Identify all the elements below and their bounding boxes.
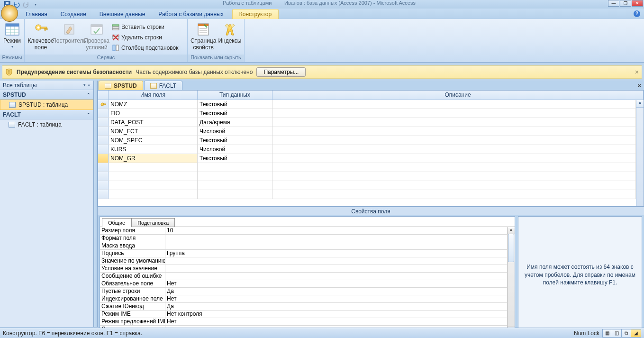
- tab-general[interactable]: Общие: [102, 218, 131, 227]
- property-row[interactable]: Режим предложений IMEНет: [100, 318, 507, 326]
- table-row[interactable]: [98, 172, 636, 181]
- collapse-pane-icon[interactable]: «: [88, 82, 91, 88]
- table-row[interactable]: KURSЧисловой: [98, 145, 636, 154]
- field-name-cell[interactable]: FIO: [109, 109, 198, 118]
- nav-item[interactable]: FACLT : таблица: [0, 119, 93, 130]
- data-type-cell[interactable]: Дата/время: [198, 118, 272, 127]
- property-row[interactable]: Индексированное полеНет: [100, 295, 507, 303]
- delete-rows-button[interactable]: Удалить строки: [110, 32, 180, 43]
- row-selector[interactable]: [98, 109, 109, 118]
- chevron-down-icon[interactable]: ▾: [83, 82, 86, 88]
- data-type-cell[interactable]: Текстовый: [198, 109, 272, 118]
- property-value[interactable]: Да: [165, 288, 507, 295]
- data-type-cell[interactable]: Числовой: [198, 145, 272, 154]
- nav-item[interactable]: SPSTUD : таблица: [0, 100, 93, 110]
- view-datasheet-button[interactable]: ▦: [603, 329, 612, 337]
- security-options-button[interactable]: Параметры...: [256, 67, 306, 77]
- lookup-column-button[interactable]: Столбец подстановок: [110, 43, 180, 53]
- data-type-cell[interactable]: Текстовый: [198, 136, 272, 145]
- property-row[interactable]: Значение по умолчанию: [100, 257, 507, 265]
- column-header-description[interactable]: Описание: [272, 91, 644, 100]
- scroll-thumb[interactable]: [508, 234, 514, 262]
- row-selector-header[interactable]: [98, 91, 109, 100]
- table-row[interactable]: DATA_POSTДата/время: [98, 118, 636, 127]
- nav-pane-header[interactable]: Все таблицы ▾«: [0, 81, 93, 90]
- description-cell[interactable]: [272, 154, 636, 163]
- close-button[interactable]: ✕: [632, 0, 643, 7]
- row-selector[interactable]: [98, 190, 109, 199]
- property-row[interactable]: Пустые строкиДа: [100, 288, 507, 295]
- tab-designer[interactable]: Конструктор: [232, 9, 279, 19]
- property-value[interactable]: Нет: [165, 280, 507, 287]
- primary-key-button[interactable]: Ключевое поле: [27, 20, 55, 52]
- row-selector[interactable]: [98, 154, 109, 163]
- description-cell[interactable]: [272, 136, 636, 145]
- field-name-cell[interactable]: KURS: [109, 145, 198, 154]
- row-selector[interactable]: [98, 118, 109, 127]
- nav-group-header[interactable]: FACLT⌃: [0, 110, 93, 119]
- description-cell[interactable]: [272, 145, 636, 154]
- mode-button[interactable]: Режим ▾: [2, 20, 22, 50]
- scroll-up-icon[interactable]: ▲: [508, 227, 515, 234]
- tab-create[interactable]: Создание: [54, 9, 93, 19]
- view-pivottable-button[interactable]: ◫: [612, 329, 622, 337]
- column-header-field-name[interactable]: Имя поля: [109, 91, 198, 100]
- tab-external-data[interactable]: Внешние данные: [93, 9, 152, 19]
- property-value[interactable]: Нет: [165, 295, 507, 302]
- design-grid-scrollbar[interactable]: ▲: [636, 100, 644, 206]
- table-row[interactable]: NOMZТекстовый: [98, 100, 636, 109]
- data-type-cell[interactable]: Текстовый: [198, 100, 272, 109]
- row-selector[interactable]: [98, 181, 109, 190]
- property-row[interactable]: Обязательное полеНет: [100, 280, 507, 288]
- row-selector[interactable]: [98, 127, 109, 136]
- tab-home[interactable]: Главная: [19, 9, 54, 19]
- property-value[interactable]: Группа: [165, 250, 507, 257]
- property-row[interactable]: Размер поля10: [100, 227, 507, 235]
- help-icon[interactable]: ?: [634, 10, 640, 17]
- description-cell[interactable]: [272, 118, 636, 127]
- field-name-cell[interactable]: NOM_SPEC: [109, 136, 198, 145]
- office-button[interactable]: [1, 5, 18, 22]
- field-name-cell[interactable]: DATA_POST: [109, 118, 198, 127]
- data-type-cell[interactable]: Текстовый: [198, 154, 272, 163]
- table-row[interactable]: FIOТекстовый: [98, 109, 636, 118]
- properties-scrollbar[interactable]: ▲ ▼: [507, 227, 515, 333]
- table-row[interactable]: NOM_FCTЧисловой: [98, 127, 636, 136]
- view-design-button[interactable]: ◢: [631, 329, 641, 337]
- row-selector[interactable]: [98, 163, 109, 172]
- field-name-cell[interactable]: NOM_FCT: [109, 127, 198, 136]
- document-tab[interactable]: FACLT: [144, 81, 182, 90]
- tab-lookup[interactable]: Подстановка: [131, 218, 175, 227]
- security-close-button[interactable]: ×: [635, 68, 639, 76]
- nav-splitter[interactable]: [94, 81, 98, 327]
- scroll-up-icon[interactable]: ▲: [636, 100, 644, 108]
- collapse-group-icon[interactable]: ⌃: [87, 112, 91, 117]
- minimize-button[interactable]: ―: [608, 0, 619, 7]
- property-row[interactable]: Сжатие ЮникодДа: [100, 303, 507, 311]
- table-row[interactable]: [98, 163, 636, 172]
- maximize-button[interactable]: ❐: [620, 0, 631, 7]
- row-selector[interactable]: [98, 145, 109, 154]
- row-selector[interactable]: [98, 172, 109, 181]
- property-value[interactable]: Нет: [165, 318, 507, 325]
- redo-icon[interactable]: [22, 0, 30, 8]
- property-row[interactable]: Формат поля: [100, 235, 507, 242]
- column-header-data-type[interactable]: Тип данных: [198, 91, 272, 100]
- collapse-group-icon[interactable]: ⌃: [87, 92, 91, 97]
- document-close-button[interactable]: ×: [637, 82, 641, 89]
- property-value[interactable]: Да: [165, 303, 507, 310]
- property-value[interactable]: [165, 257, 507, 265]
- data-type-cell[interactable]: Числовой: [198, 127, 272, 136]
- table-row[interactable]: [98, 190, 636, 199]
- indexes-button[interactable]: Индексы: [217, 20, 242, 46]
- qat-dropdown-icon[interactable]: ▾: [31, 0, 40, 8]
- description-cell[interactable]: [272, 109, 636, 118]
- description-cell[interactable]: [272, 127, 636, 136]
- table-row[interactable]: [98, 181, 636, 190]
- property-row[interactable]: Условие на значение: [100, 265, 507, 273]
- field-name-cell[interactable]: NOMZ: [109, 100, 198, 109]
- property-row[interactable]: Сообщение об ошибке: [100, 273, 507, 280]
- property-row[interactable]: Режим IMEНет контроля: [100, 311, 507, 318]
- table-row[interactable]: NOM_SPECТекстовый: [98, 136, 636, 145]
- property-value[interactable]: [165, 273, 507, 280]
